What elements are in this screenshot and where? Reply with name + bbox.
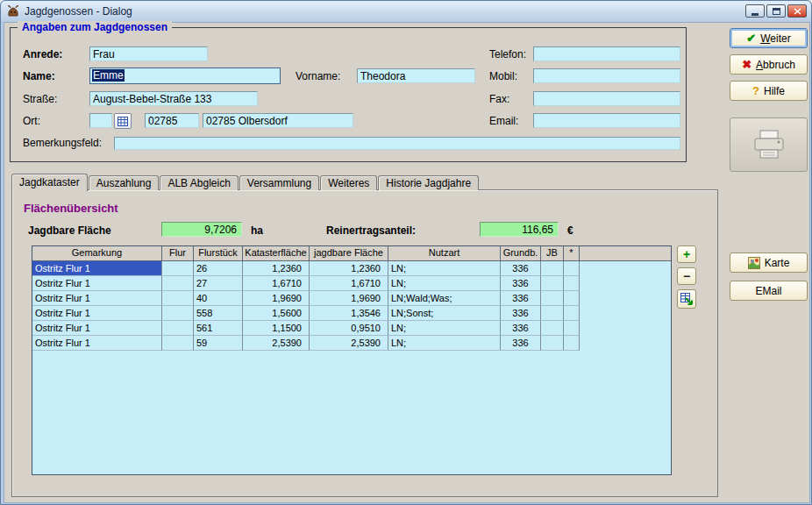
column-header[interactable]: jagdbare Fläche bbox=[310, 246, 388, 261]
table-cell[interactable]: Ostritz Flur 1 bbox=[32, 261, 162, 276]
table-cell[interactable]: 26 bbox=[194, 261, 243, 276]
bemerkung-field[interactable] bbox=[114, 137, 680, 150]
table-cell[interactable]: 2,5390 bbox=[310, 336, 388, 351]
column-header[interactable]: Gemarkung bbox=[32, 246, 162, 261]
table-cell[interactable]: 40 bbox=[194, 291, 243, 306]
table-cell[interactable]: Ostritz Flur 1 bbox=[32, 306, 162, 321]
table-row[interactable]: Ostritz Flur 15581,56001,3546LN;Sonst;33… bbox=[32, 306, 671, 321]
fax-field[interactable] bbox=[533, 91, 680, 106]
close-button[interactable] bbox=[787, 4, 807, 18]
table-cell[interactable]: 336 bbox=[501, 291, 541, 306]
table-cell[interactable]: 336 bbox=[501, 261, 541, 276]
table-cell[interactable]: 336 bbox=[501, 306, 541, 321]
table-row[interactable]: Ostritz Flur 1401,96901,9690LN;Wald;Was;… bbox=[32, 291, 671, 306]
table-cell[interactable]: 59 bbox=[194, 336, 243, 351]
table-cell[interactable] bbox=[162, 336, 194, 351]
table-row[interactable]: Ostritz Flur 1592,53902,5390LN;336 bbox=[32, 336, 671, 351]
table-cell[interactable] bbox=[162, 261, 194, 276]
table-cell[interactable]: LN;Sonst; bbox=[388, 306, 501, 321]
strasse-field[interactable] bbox=[89, 91, 258, 106]
table-cell[interactable]: 1,2360 bbox=[243, 261, 310, 276]
table-cell[interactable]: 1,9690 bbox=[243, 291, 310, 306]
column-header[interactable]: Grundb. bbox=[501, 246, 541, 261]
table-cell[interactable]: 336 bbox=[501, 336, 541, 351]
column-header[interactable]: JB bbox=[541, 246, 564, 261]
email-button[interactable]: EMail bbox=[730, 281, 808, 301]
table-cell[interactable]: LN; bbox=[388, 321, 501, 336]
tab-historie-jagdjahre[interactable]: Historie Jagdjahre bbox=[378, 175, 479, 190]
table-cell[interactable] bbox=[541, 321, 564, 336]
tab-auszahlung[interactable]: Auszahlung bbox=[89, 175, 160, 190]
table-cell[interactable]: 1,1500 bbox=[243, 321, 310, 336]
table-cell[interactable] bbox=[541, 291, 564, 306]
mobil-field[interactable] bbox=[533, 68, 680, 83]
table-cell[interactable]: LN; bbox=[388, 261, 501, 276]
table-cell[interactable]: 1,5600 bbox=[243, 306, 310, 321]
column-header[interactable]: Flurstück bbox=[194, 246, 243, 261]
table-cell[interactable]: LN; bbox=[388, 276, 501, 291]
table-cell[interactable]: Ostritz Flur 1 bbox=[32, 276, 162, 291]
table-cell[interactable]: 1,3546 bbox=[310, 306, 388, 321]
remove-row-button[interactable]: − bbox=[677, 267, 696, 285]
table-cell[interactable] bbox=[162, 306, 194, 321]
table-cell[interactable] bbox=[564, 261, 580, 276]
add-row-button[interactable]: + bbox=[677, 245, 696, 263]
ort-field[interactable] bbox=[203, 113, 353, 128]
tab-weiteres[interactable]: Weiteres bbox=[320, 175, 377, 190]
table-cell[interactable] bbox=[564, 276, 580, 291]
table-cell[interactable]: LN; bbox=[388, 336, 501, 351]
weiter-button[interactable]: ✔ Weiter bbox=[730, 28, 808, 48]
tab-jagdkataster[interactable]: Jagdkataster bbox=[11, 174, 88, 191]
table-cell[interactable]: 336 bbox=[501, 321, 541, 336]
column-header[interactable]: * bbox=[564, 246, 580, 261]
column-header[interactable]: Katasterfläche bbox=[243, 246, 310, 261]
table-cell[interactable] bbox=[564, 306, 580, 321]
table-cell[interactable]: 1,6710 bbox=[310, 276, 388, 291]
table-cell[interactable] bbox=[564, 336, 580, 351]
table-cell[interactable]: Ostritz Flur 1 bbox=[32, 336, 162, 351]
table-cell[interactable]: LN;Wald;Was; bbox=[388, 291, 501, 306]
anrede-field[interactable] bbox=[89, 46, 208, 61]
table-cell[interactable]: 2,5390 bbox=[243, 336, 310, 351]
table-cell[interactable]: 336 bbox=[501, 276, 541, 291]
table-cell[interactable] bbox=[564, 321, 580, 336]
table-cell[interactable] bbox=[541, 261, 564, 276]
table-cell[interactable]: 1,9690 bbox=[310, 291, 388, 306]
maximize-button[interactable] bbox=[766, 4, 786, 18]
minimize-button[interactable] bbox=[745, 4, 765, 18]
telefon-field[interactable] bbox=[533, 46, 680, 61]
email-field[interactable] bbox=[533, 113, 680, 128]
abbruch-button[interactable]: ✖ Abbruch bbox=[730, 54, 808, 75]
print-button[interactable] bbox=[730, 117, 808, 172]
export-button[interactable] bbox=[677, 289, 696, 309]
vorname-field[interactable] bbox=[357, 68, 475, 83]
plz-field[interactable] bbox=[145, 113, 199, 128]
karte-button[interactable]: N Karte bbox=[730, 252, 808, 273]
column-header[interactable]: Flur bbox=[162, 246, 194, 261]
table-cell[interactable]: 0,9510 bbox=[310, 321, 388, 336]
table-cell[interactable]: 561 bbox=[194, 321, 243, 336]
table-cell[interactable] bbox=[162, 276, 194, 291]
table-cell[interactable] bbox=[541, 276, 564, 291]
hilfe-button[interactable]: ? Hilfe bbox=[730, 81, 808, 101]
tab-alb-abgleich[interactable]: ALB Abgleich bbox=[160, 175, 238, 190]
table-row[interactable]: Ostritz Flur 1271,67101,6710LN;336 bbox=[32, 276, 671, 291]
table-cell[interactable] bbox=[162, 321, 194, 336]
column-header[interactable]: Nutzart bbox=[388, 246, 501, 261]
ort-code-field[interactable] bbox=[89, 113, 112, 128]
table-cell[interactable] bbox=[541, 306, 564, 321]
table-row[interactable]: Ostritz Flur 1261,23601,2360LN;336 bbox=[32, 261, 671, 276]
tab-versammlung[interactable]: Versammlung bbox=[239, 175, 319, 190]
table-cell[interactable]: Ostritz Flur 1 bbox=[32, 321, 162, 336]
table-cell[interactable]: 27 bbox=[194, 276, 243, 291]
table-cell[interactable] bbox=[564, 291, 580, 306]
table-row[interactable]: Ostritz Flur 15611,15000,9510LN;336 bbox=[32, 321, 671, 336]
table-cell[interactable]: Ostritz Flur 1 bbox=[32, 291, 162, 306]
table-cell[interactable] bbox=[162, 291, 194, 306]
table-cell[interactable] bbox=[541, 336, 564, 351]
name-field[interactable]: Emme bbox=[89, 68, 281, 84]
plz-lookup-button[interactable] bbox=[114, 113, 132, 129]
table-cell[interactable]: 1,2360 bbox=[310, 261, 388, 276]
table-cell[interactable]: 558 bbox=[194, 306, 243, 321]
table-cell[interactable]: 1,6710 bbox=[243, 276, 310, 291]
